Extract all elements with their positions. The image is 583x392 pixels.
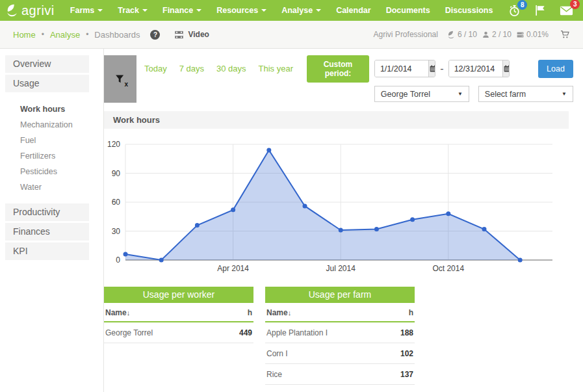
table-row: George Torrel449 bbox=[104, 322, 253, 343]
sort-descending-icon: ↓ bbox=[288, 309, 292, 317]
sidebar-item-overview[interactable]: Overview bbox=[5, 55, 89, 73]
farm-select-value: Select farm bbox=[485, 90, 526, 99]
agrivi-logo[interactable]: agrivi bbox=[5, 3, 55, 18]
alarms-button[interactable]: 8 bbox=[508, 4, 521, 18]
worker-select-value: George Torrel bbox=[381, 90, 430, 99]
filter-funnel-icon bbox=[114, 73, 125, 85]
notification-badge: 8 bbox=[517, 0, 527, 10]
sidebar-item-finances[interactable]: Finances bbox=[5, 223, 89, 241]
sidebar-item-mechanization[interactable]: Mechanization bbox=[0, 117, 103, 133]
breadcrumb-home[interactable]: Home bbox=[13, 30, 36, 40]
subscription-info: Agrivi Professional 6 / 10 2 / 10 bbox=[374, 29, 570, 40]
range-7days-link[interactable]: 7 days bbox=[179, 64, 204, 73]
breadcrumb-separator: • bbox=[42, 30, 44, 39]
hours-column-header[interactable]: h bbox=[409, 308, 413, 317]
breadcrumb-analyse[interactable]: Analyse bbox=[50, 30, 80, 40]
storage-icon bbox=[516, 31, 525, 39]
date-to-input[interactable] bbox=[449, 60, 502, 77]
table-body: George Torrel449 bbox=[104, 322, 253, 343]
row-name: Apple Plantation I bbox=[266, 328, 328, 337]
leaf-logo-icon bbox=[5, 3, 19, 18]
users-usage: 2 / 10 bbox=[482, 30, 512, 39]
svg-text:Apr 2014: Apr 2014 bbox=[217, 264, 249, 273]
caret-down-icon bbox=[316, 9, 321, 12]
name-column-header[interactable]: Name↓ bbox=[266, 308, 291, 317]
sidebar-item-fuel[interactable]: Fuel bbox=[0, 133, 103, 148]
row-name: Corn I bbox=[266, 349, 288, 358]
caret-down-icon: ▼ bbox=[562, 91, 567, 97]
caret-down-icon bbox=[142, 9, 148, 12]
sidebar-item-water[interactable]: Water bbox=[0, 179, 103, 195]
leaf-icon bbox=[447, 30, 456, 39]
nav-finance[interactable]: Finance bbox=[162, 6, 201, 15]
svg-text:120: 120 bbox=[107, 140, 120, 149]
sidebar-item-usage[interactable]: Usage bbox=[5, 75, 89, 92]
person-icon bbox=[482, 31, 490, 39]
usage-per-worker-table: Usage per worker Name↓ h George Torrel44… bbox=[104, 287, 253, 392]
worker-select[interactable]: George Torrel ▼ bbox=[374, 86, 469, 102]
row-hours: 449 bbox=[239, 328, 252, 337]
row-hours: 188 bbox=[400, 328, 413, 337]
table-body: Apple Plantation I188Corn I102Rice137Whe… bbox=[265, 322, 415, 392]
range-today-link[interactable]: Today bbox=[144, 64, 167, 73]
hours-column-header[interactable]: h bbox=[248, 308, 252, 317]
sidebar-item-fertilizers[interactable]: Fertilizers bbox=[0, 148, 103, 164]
custom-period-button[interactable]: Custom period: bbox=[307, 55, 369, 83]
nav-documents[interactable]: Documents bbox=[386, 6, 430, 15]
filter-bar: x Today 7 days 30 days This year Custom … bbox=[104, 55, 569, 103]
row-hours: 137 bbox=[400, 370, 413, 379]
table-row: Apple Plantation I188 bbox=[265, 322, 415, 343]
caret-down-icon bbox=[97, 9, 103, 12]
sidebar-item-productivity[interactable]: Productivity bbox=[5, 203, 89, 221]
help-icon[interactable]: ? bbox=[150, 30, 160, 40]
notification-badge: 3 bbox=[570, 0, 580, 9]
svg-text:60: 60 bbox=[112, 198, 121, 207]
flag-button[interactable] bbox=[534, 4, 547, 17]
brand-name: agrivi bbox=[21, 3, 55, 18]
work-hours-chart: 0306090120Apr 2014Jul 2014Oct 2014 bbox=[104, 135, 580, 279]
range-thisyear-link[interactable]: This year bbox=[259, 64, 293, 73]
main-panel: x Today 7 days 30 days This year Custom … bbox=[104, 49, 583, 392]
messages-button[interactable]: 3 bbox=[559, 3, 574, 18]
svg-text:90: 90 bbox=[112, 169, 121, 178]
calendar-icon bbox=[429, 64, 435, 73]
nav-resources[interactable]: Resources bbox=[216, 6, 266, 15]
farm-select[interactable]: Select farm ▼ bbox=[478, 86, 573, 102]
sidebar-item-kpi[interactable]: KPI bbox=[5, 242, 89, 260]
calendar-icon bbox=[503, 64, 510, 73]
date-range-dash: - bbox=[440, 63, 443, 75]
nav-analyse[interactable]: Analyse bbox=[281, 6, 321, 15]
section-title: Work hours bbox=[104, 111, 569, 129]
caret-down-icon bbox=[196, 9, 201, 12]
range-30days-link[interactable]: 30 days bbox=[216, 64, 246, 73]
video-tutorial-link[interactable]: Video bbox=[174, 30, 209, 40]
fields-usage: 6 / 10 bbox=[447, 30, 477, 39]
usage-submenu: Work hours Mechanization Fuel Fertilizer… bbox=[0, 94, 103, 203]
sidebar-item-pesticides[interactable]: Pesticides bbox=[0, 164, 103, 179]
table-row: Rice137 bbox=[265, 364, 415, 385]
row-name: George Torrel bbox=[105, 328, 153, 337]
date-from-calendar-button[interactable] bbox=[428, 60, 435, 77]
svg-text:0: 0 bbox=[116, 255, 120, 265]
agrivi-dashboard-page: agrivi Farms Track Finance Resources Ana… bbox=[0, 0, 583, 392]
nav-calendar[interactable]: Calendar bbox=[336, 6, 371, 15]
name-column-header[interactable]: Name↓ bbox=[105, 308, 130, 317]
date-from-input[interactable] bbox=[375, 60, 428, 77]
row-hours: 102 bbox=[400, 349, 413, 358]
table-title: Usage per farm bbox=[265, 287, 415, 303]
sidebar-item-work-hours[interactable]: Work hours bbox=[0, 101, 103, 117]
storage-usage: 0.01% bbox=[516, 30, 549, 39]
plan-name: Agrivi Professional bbox=[374, 30, 438, 39]
usage-per-farm-table: Usage per farm Name↓ h Apple Plantation … bbox=[265, 287, 415, 392]
load-button[interactable]: Load bbox=[538, 60, 573, 78]
flag-icon bbox=[534, 4, 547, 17]
caret-down-icon bbox=[261, 9, 266, 12]
cart-button[interactable] bbox=[560, 29, 570, 40]
nav-discussions[interactable]: Discussions bbox=[445, 6, 493, 15]
date-to-calendar-button[interactable] bbox=[502, 60, 510, 77]
nav-farms[interactable]: Farms bbox=[70, 6, 103, 15]
table-title: Usage per worker bbox=[104, 287, 253, 303]
svg-text:Jul 2014: Jul 2014 bbox=[326, 264, 356, 273]
clear-filter-button[interactable]: x bbox=[104, 55, 136, 103]
nav-track[interactable]: Track bbox=[118, 6, 148, 15]
